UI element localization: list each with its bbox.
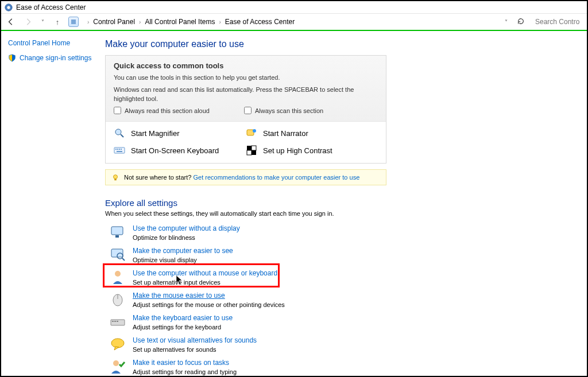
setting-desc: Optimize for blindness	[133, 234, 240, 241]
setting-without-mouse-keyboard: Use the computer without a mouse or keyb…	[105, 266, 575, 289]
breadcrumb-item[interactable]: All Control Panel Items	[145, 18, 215, 26]
svg-point-24	[115, 271, 121, 277]
sidebar-item-label: Control Panel Home	[8, 39, 70, 47]
explore-heading: Explore all settings	[105, 198, 575, 208]
svg-rect-7	[114, 147, 125, 153]
breadcrumb-item[interactable]: Ease of Access Center	[225, 18, 295, 26]
setting-link[interactable]: Make the keyboard easier to use	[133, 314, 233, 322]
checkbox-label: Always read this section aloud	[125, 107, 210, 114]
setting-keyboard-easier: Make the keyboard easier to use Adjust s…	[105, 311, 575, 333]
svg-rect-15	[252, 146, 256, 150]
address-dropdown[interactable]: ˅	[502, 19, 510, 25]
checkbox-input[interactable]	[244, 107, 252, 114]
lightbulb-icon	[111, 173, 119, 181]
quick-access-text: You can use the tools in this section to…	[114, 73, 378, 82]
address-bar-icon[interactable]	[68, 17, 79, 27]
recommendation-bar: Not sure where to start? Get recommendat…	[105, 169, 386, 185]
narrator-icon	[246, 127, 257, 139]
svg-rect-20	[115, 235, 119, 238]
setting-link[interactable]: Make the mouse easier to use	[133, 292, 225, 300]
always-read-checkbox[interactable]: Always read this section aloud	[114, 107, 210, 114]
setting-desc: Adjust settings for the keyboard	[133, 324, 233, 331]
setting-desc: Adjust settings for reading and typing	[133, 368, 237, 375]
svg-point-31	[111, 339, 124, 348]
svg-rect-27	[111, 320, 125, 325]
recommendation-link[interactable]: Get recommendations to make your compute…	[193, 174, 359, 181]
quick-access-panel: Quick access to common tools You can use…	[105, 55, 386, 164]
svg-point-32	[113, 360, 119, 366]
setting-desc: Set up alternatives for sounds	[133, 346, 257, 353]
recent-locations-dropdown[interactable]: ˅	[39, 19, 47, 25]
quick-access-heading: Quick access to common tools	[114, 61, 378, 70]
setting-link[interactable]: Use the computer without a mouse or keyb…	[133, 269, 277, 277]
refresh-button[interactable]	[514, 17, 527, 27]
setting-easier-to-see: Make the computer easier to see Optimize…	[105, 244, 575, 266]
svg-point-1	[7, 6, 10, 9]
page-title: Make your computer easier to use	[105, 39, 575, 49]
chevron-right-icon: ›	[137, 19, 142, 25]
setting-link[interactable]: Use the computer without a display	[133, 224, 240, 232]
svg-point-3	[115, 129, 121, 135]
setting-link[interactable]: Make the computer easier to see	[133, 247, 233, 255]
svg-rect-10	[119, 149, 120, 150]
control-panel-home-link[interactable]: Control Panel Home	[8, 39, 96, 47]
tool-label: Start Narrator	[263, 129, 308, 138]
setting-desc: Adjust settings for the mouse or other p…	[133, 301, 285, 308]
back-button[interactable]	[5, 15, 17, 28]
contrast-icon	[246, 145, 257, 156]
svg-rect-14	[252, 150, 256, 155]
svg-rect-13	[247, 146, 252, 150]
breadcrumb[interactable]: › Control Panel › All Control Panel Item…	[83, 18, 498, 26]
keyboard-icon	[114, 145, 125, 156]
magnifier-icon	[114, 127, 125, 139]
checkbox-label: Always scan this section	[255, 107, 323, 114]
svg-rect-18	[114, 179, 117, 181]
mouse-icon	[110, 292, 126, 308]
forward-button[interactable]	[22, 15, 34, 28]
setting-link[interactable]: Use text or visual alternatives for soun…	[133, 336, 257, 344]
svg-rect-8	[115, 149, 117, 150]
sidebar: Control Panel Home Change sign-in settin…	[1, 31, 102, 376]
hint-prefix: Not sure where to start?	[124, 174, 193, 181]
keyboard-flat-icon	[110, 314, 126, 330]
app-icon	[5, 3, 13, 11]
chevron-right-icon: ›	[217, 19, 222, 25]
window-titlebar: Ease of Access Center	[1, 1, 587, 14]
setting-link[interactable]: Make it easier to focus on tasks	[133, 359, 229, 367]
main-content: Make your computer easier to use Quick a…	[102, 31, 587, 376]
svg-line-4	[121, 134, 123, 137]
person-icon	[110, 269, 126, 285]
shield-icon	[8, 54, 16, 62]
svg-rect-16	[247, 150, 252, 155]
setting-mouse-easier: Make the mouse easier to use Adjust sett…	[105, 289, 575, 311]
change-signin-settings-link[interactable]: Change sign-in settings	[8, 54, 96, 62]
setting-sound-alternatives: Use text or visual alternatives for soun…	[105, 333, 575, 356]
svg-rect-29	[114, 321, 116, 322]
svg-rect-28	[112, 321, 114, 322]
monitor-zoom-icon	[110, 247, 126, 263]
tool-grid: Start Magnifier Start Narrator Start On-…	[106, 122, 386, 163]
svg-rect-19	[111, 227, 123, 235]
checkbox-input[interactable]	[114, 107, 121, 114]
person-check-icon	[110, 359, 126, 375]
start-narrator[interactable]: Start Narrator	[246, 127, 378, 139]
chevron-right-icon: ›	[86, 19, 91, 25]
setting-without-display: Use the computer without a display Optim…	[105, 221, 575, 244]
svg-rect-2	[71, 20, 76, 24]
monitor-icon	[110, 224, 126, 240]
nav-bar: ˅ ↑ › Control Panel › All Control Panel …	[1, 14, 587, 31]
up-button[interactable]: ↑	[51, 15, 64, 28]
svg-rect-12	[117, 151, 122, 152]
setting-desc: Set up alternative input devices	[133, 279, 277, 286]
start-magnifier[interactable]: Start Magnifier	[114, 127, 246, 139]
search-input[interactable]	[532, 15, 583, 28]
start-onscreen-keyboard[interactable]: Start On-Screen Keyboard	[114, 145, 246, 156]
speech-bubble-icon	[110, 336, 126, 352]
tool-label: Set up High Contrast	[263, 146, 332, 155]
tool-label: Start Magnifier	[131, 129, 180, 138]
breadcrumb-item[interactable]: Control Panel	[93, 18, 135, 26]
always-scan-checkbox[interactable]: Always scan this section	[244, 107, 323, 114]
tool-label: Start On-Screen Keyboard	[131, 146, 219, 155]
setup-high-contrast[interactable]: Set up High Contrast	[246, 145, 378, 156]
quick-access-header: Quick access to common tools You can use…	[106, 56, 386, 122]
